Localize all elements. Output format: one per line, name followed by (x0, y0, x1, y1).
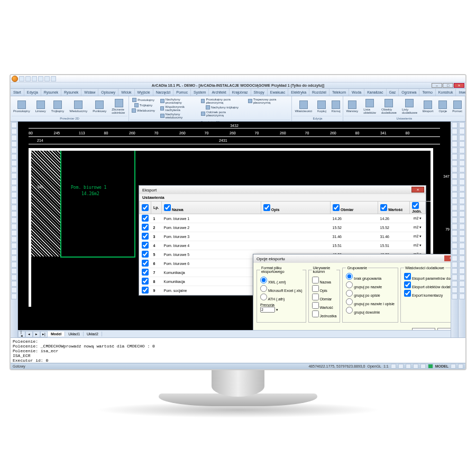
tool-btn[interactable] (452, 217, 457, 223)
tool-btn[interactable] (11, 255, 17, 261)
tab-telekom[interactable]: Telekom (329, 89, 349, 96)
tool-btn[interactable] (11, 224, 17, 230)
tool-btn[interactable] (459, 122, 465, 128)
table-row[interactable]: 3Pom. biurowe 331.4631.46m2 ▾ (140, 232, 426, 241)
ribbon-btn[interactable]: Właściwości (293, 97, 314, 116)
tool-btn[interactable] (452, 167, 457, 172)
tab-ogrzewa[interactable]: Ogrzewa (399, 89, 419, 96)
tab-wyjście[interactable]: Wyjście (135, 89, 153, 96)
tool-btn[interactable] (459, 186, 465, 191)
tool-btn[interactable] (11, 192, 17, 198)
qat-print[interactable] (38, 76, 43, 81)
tab-termo[interactable]: Termo (419, 89, 435, 96)
tab-wstaw[interactable]: Wstaw (81, 89, 98, 96)
ribbon-btn[interactable]: Odcinek poza płaszczyzną (199, 110, 244, 117)
ribbon-btn[interactable]: Klonuj (330, 97, 342, 116)
ribbon-btn[interactable]: Kopiuj (316, 97, 328, 116)
ukrywanie-check[interactable]: Wartość (312, 302, 337, 309)
tool-btn[interactable] (452, 230, 457, 236)
tool-btn[interactable] (11, 179, 17, 185)
tool-btn[interactable] (11, 141, 17, 147)
ribbon-btn[interactable]: Eksport (421, 97, 435, 116)
ribbon-btn[interactable]: Lista obiektów (362, 97, 378, 116)
tool-btn[interactable] (452, 186, 457, 191)
tool-btn[interactable] (11, 167, 17, 172)
tab-pomoc[interactable]: Pomoc (173, 89, 191, 96)
tool-btn[interactable] (459, 294, 465, 299)
tool-btn[interactable] (459, 281, 465, 287)
tool-btn[interactable] (452, 135, 457, 141)
tool-btn[interactable] (459, 205, 465, 210)
tool-btn[interactable] (11, 154, 17, 160)
status-model[interactable]: MODEL (435, 364, 448, 368)
grupowanie-radio[interactable]: grupuj po nazwie i opisie (346, 298, 395, 306)
close-button[interactable]: × (454, 83, 464, 88)
tool-btn[interactable] (452, 287, 457, 293)
tool-btn[interactable] (11, 160, 17, 166)
status-btn[interactable] (406, 364, 411, 369)
tool-btn[interactable] (11, 268, 17, 274)
tool-btn[interactable] (11, 217, 17, 223)
precyzja-input[interactable] (260, 307, 275, 313)
minimize-button[interactable]: – (432, 83, 442, 88)
tool-btn[interactable] (452, 129, 457, 134)
tool-btn[interactable] (452, 192, 457, 198)
tool-btn[interactable] (452, 173, 457, 179)
tool-btn[interactable] (459, 129, 465, 134)
ribbon-btn[interactable]: Punktowy (91, 97, 108, 116)
format-xml[interactable]: XML (.xml) (260, 277, 303, 284)
header-checkbox[interactable] (142, 204, 149, 211)
tab-inwentar[interactable]: Inwentar (456, 89, 465, 96)
ribbon-btn[interactable]: Trapezowy poza płaszczyzną (246, 97, 290, 105)
tool-btn[interactable] (11, 148, 17, 153)
tool-btn[interactable] (459, 167, 465, 172)
tool-btn[interactable] (459, 230, 465, 236)
tool-btn[interactable] (459, 160, 465, 166)
ukrywanie-check[interactable]: Opis (312, 285, 337, 292)
tool-btn[interactable] (459, 217, 465, 223)
tool-btn[interactable] (452, 281, 457, 287)
tool-btn[interactable] (11, 186, 17, 191)
drawing-canvas[interactable]: 3432 80245113802607026070260702607026080… (18, 122, 451, 330)
tab-stropy[interactable]: Stropy (251, 89, 268, 96)
tool-btn[interactable] (452, 148, 457, 153)
table-row[interactable]: 2Pom. biurowe 215.5215.52m2 ▾ (140, 223, 426, 232)
tab-krajobraz[interactable]: Krajobraz (230, 89, 251, 96)
opcje-close-button[interactable]: × (444, 255, 451, 261)
tab-elektryka[interactable]: Elektryka (288, 89, 309, 96)
status-btn[interactable] (420, 364, 426, 369)
maximize-button[interactable]: □ (443, 83, 453, 88)
tool-btn[interactable] (11, 205, 17, 210)
tool-btn[interactable] (459, 154, 465, 160)
grupowanie-radio[interactable]: grupuj dowolnie (346, 307, 395, 314)
tool-btn[interactable] (459, 179, 465, 185)
tool-btn[interactable] (11, 135, 17, 141)
qat-new[interactable] (19, 76, 24, 81)
tool-btn[interactable] (459, 148, 465, 153)
tool-btn[interactable] (11, 122, 17, 128)
tool-btn[interactable] (452, 243, 457, 249)
tool-btn[interactable] (11, 129, 17, 134)
ribbon-btn[interactable]: Nachylony trójkątny (199, 105, 244, 110)
tab-rysunek[interactable]: Rysunek (41, 89, 61, 96)
tool-btn[interactable] (11, 249, 17, 255)
tool-btn[interactable] (452, 236, 457, 242)
ukrywanie-check[interactable]: Jednostka (312, 310, 337, 318)
command-window[interactable]: Polecenie:Polecenie: _CMDECHOWprowadź no… (11, 337, 465, 363)
tab-system[interactable]: System (191, 89, 209, 96)
qat-open[interactable] (25, 76, 31, 81)
tab-rysunek[interactable]: Rysunek (61, 89, 81, 96)
tab-opisowy[interactable]: Opisowy (98, 89, 118, 96)
ribbon-btn[interactable]: Warstwy (344, 97, 360, 116)
sheet-prev[interactable]: ◂ (25, 331, 33, 337)
wlasciwosci-check[interactable]: Eksport obiektów dodatkowych (404, 281, 451, 289)
status-btn[interactable] (451, 364, 456, 369)
tool-btn[interactable] (11, 173, 17, 179)
tool-btn[interactable] (452, 255, 457, 261)
tool-btn[interactable] (452, 154, 457, 160)
tool-btn[interactable] (459, 268, 465, 274)
status-btn-plus[interactable] (428, 364, 433, 369)
sheet-uklad2[interactable]: Układ2 (84, 332, 102, 336)
format-ath[interactable]: ATH (.ath) (260, 294, 303, 301)
tool-btn[interactable] (459, 141, 465, 147)
